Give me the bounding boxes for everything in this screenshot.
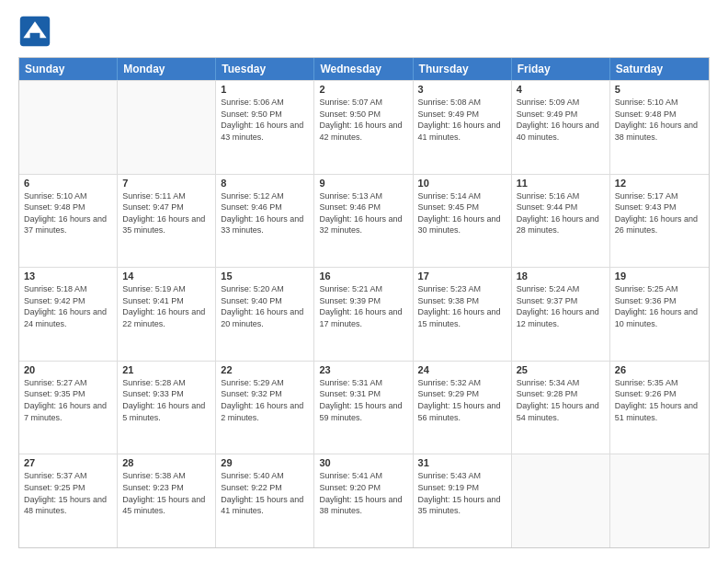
day-number: 13 <box>24 270 112 282</box>
calendar-body: 1Sunrise: 5:06 AM Sunset: 9:50 PM Daylig… <box>19 80 709 547</box>
day-number: 25 <box>517 364 605 375</box>
day-number: 30 <box>319 457 407 468</box>
day-number: 22 <box>221 364 309 375</box>
day-number: 4 <box>517 84 605 95</box>
day-number: 9 <box>319 178 407 189</box>
day-number: 29 <box>221 457 309 468</box>
day-info: Sunrise: 5:34 AM Sunset: 9:28 PM Dayligh… <box>517 377 605 423</box>
day-number: 2 <box>319 84 407 95</box>
calendar-cell: 2Sunrise: 5:07 AM Sunset: 9:50 PM Daylig… <box>314 81 413 174</box>
day-info: Sunrise: 5:18 AM Sunset: 9:42 PM Dayligh… <box>24 283 112 329</box>
day-number: 28 <box>122 457 210 468</box>
day-info: Sunrise: 5:08 AM Sunset: 9:49 PM Dayligh… <box>418 97 506 143</box>
header <box>18 15 710 48</box>
day-number: 8 <box>221 178 309 189</box>
day-info: Sunrise: 5:38 AM Sunset: 9:23 PM Dayligh… <box>122 470 210 516</box>
day-info: Sunrise: 5:31 AM Sunset: 9:31 PM Dayligh… <box>319 377 407 423</box>
calendar-cell: 26Sunrise: 5:35 AM Sunset: 9:26 PM Dayli… <box>610 362 709 454</box>
day-info: Sunrise: 5:40 AM Sunset: 9:22 PM Dayligh… <box>221 470 309 516</box>
calendar-cell: 10Sunrise: 5:14 AM Sunset: 9:45 PM Dayli… <box>414 175 512 268</box>
header-day-wednesday: Wednesday <box>314 58 413 80</box>
calendar-row-3: 13Sunrise: 5:18 AM Sunset: 9:42 PM Dayli… <box>19 267 709 361</box>
day-number: 18 <box>517 270 605 282</box>
calendar-cell: 30Sunrise: 5:41 AM Sunset: 9:20 PM Dayli… <box>314 454 413 547</box>
day-info: Sunrise: 5:12 AM Sunset: 9:46 PM Dayligh… <box>221 190 309 236</box>
day-info: Sunrise: 5:25 AM Sunset: 9:36 PM Dayligh… <box>615 283 704 329</box>
calendar-cell: 6Sunrise: 5:10 AM Sunset: 9:48 PM Daylig… <box>19 175 118 268</box>
day-info: Sunrise: 5:35 AM Sunset: 9:26 PM Dayligh… <box>615 377 704 423</box>
header-day-friday: Friday <box>512 58 610 80</box>
header-day-tuesday: Tuesday <box>216 58 314 80</box>
calendar-cell: 22Sunrise: 5:29 AM Sunset: 9:32 PM Dayli… <box>216 362 314 454</box>
calendar-cell: 17Sunrise: 5:23 AM Sunset: 9:38 PM Dayli… <box>414 268 512 361</box>
day-info: Sunrise: 5:13 AM Sunset: 9:46 PM Dayligh… <box>319 190 407 236</box>
day-number: 21 <box>122 364 210 375</box>
calendar-row-1: 1Sunrise: 5:06 AM Sunset: 9:50 PM Daylig… <box>19 80 709 174</box>
calendar-cell: 20Sunrise: 5:27 AM Sunset: 9:35 PM Dayli… <box>19 362 118 454</box>
calendar-cell <box>118 81 216 174</box>
day-info: Sunrise: 5:09 AM Sunset: 9:49 PM Dayligh… <box>517 97 605 143</box>
calendar-cell: 16Sunrise: 5:21 AM Sunset: 9:39 PM Dayli… <box>314 268 413 361</box>
day-number: 17 <box>418 270 506 282</box>
day-info: Sunrise: 5:27 AM Sunset: 9:35 PM Dayligh… <box>24 377 112 423</box>
header-day-thursday: Thursday <box>414 58 512 80</box>
calendar-cell: 13Sunrise: 5:18 AM Sunset: 9:42 PM Dayli… <box>19 268 118 361</box>
day-info: Sunrise: 5:21 AM Sunset: 9:39 PM Dayligh… <box>319 283 407 329</box>
day-number: 5 <box>615 84 704 95</box>
day-number: 12 <box>615 178 704 189</box>
calendar-header: SundayMondayTuesdayWednesdayThursdayFrid… <box>19 58 709 80</box>
logo <box>18 15 55 48</box>
day-info: Sunrise: 5:17 AM Sunset: 9:43 PM Dayligh… <box>615 190 704 236</box>
calendar-cell: 9Sunrise: 5:13 AM Sunset: 9:46 PM Daylig… <box>314 175 413 268</box>
calendar-cell: 4Sunrise: 5:09 AM Sunset: 9:49 PM Daylig… <box>512 81 610 174</box>
calendar-cell: 14Sunrise: 5:19 AM Sunset: 9:41 PM Dayli… <box>118 268 216 361</box>
day-number: 10 <box>418 178 506 189</box>
header-day-saturday: Saturday <box>610 58 709 80</box>
day-info: Sunrise: 5:43 AM Sunset: 9:19 PM Dayligh… <box>418 470 506 516</box>
calendar-row-2: 6Sunrise: 5:10 AM Sunset: 9:48 PM Daylig… <box>19 174 709 268</box>
calendar-cell: 7Sunrise: 5:11 AM Sunset: 9:47 PM Daylig… <box>118 175 216 268</box>
calendar-cell: 3Sunrise: 5:08 AM Sunset: 9:49 PM Daylig… <box>414 81 512 174</box>
calendar-cell: 1Sunrise: 5:06 AM Sunset: 9:50 PM Daylig… <box>216 81 314 174</box>
day-info: Sunrise: 5:16 AM Sunset: 9:44 PM Dayligh… <box>517 190 605 236</box>
day-info: Sunrise: 5:29 AM Sunset: 9:32 PM Dayligh… <box>221 377 309 423</box>
calendar-cell <box>19 81 118 174</box>
calendar-cell: 28Sunrise: 5:38 AM Sunset: 9:23 PM Dayli… <box>118 454 216 547</box>
day-info: Sunrise: 5:37 AM Sunset: 9:25 PM Dayligh… <box>24 470 112 516</box>
day-number: 3 <box>418 84 506 95</box>
day-info: Sunrise: 5:41 AM Sunset: 9:20 PM Dayligh… <box>319 470 407 516</box>
calendar-cell: 11Sunrise: 5:16 AM Sunset: 9:44 PM Dayli… <box>512 175 610 268</box>
day-number: 14 <box>122 270 210 282</box>
day-info: Sunrise: 5:23 AM Sunset: 9:38 PM Dayligh… <box>418 283 506 329</box>
calendar-cell <box>512 454 610 547</box>
day-number: 20 <box>24 364 112 375</box>
calendar-row-5: 27Sunrise: 5:37 AM Sunset: 9:25 PM Dayli… <box>19 454 709 547</box>
day-number: 16 <box>319 270 407 282</box>
calendar-cell <box>610 454 709 547</box>
calendar-cell: 5Sunrise: 5:10 AM Sunset: 9:48 PM Daylig… <box>610 81 709 174</box>
calendar-cell: 25Sunrise: 5:34 AM Sunset: 9:28 PM Dayli… <box>512 362 610 454</box>
calendar-cell: 23Sunrise: 5:31 AM Sunset: 9:31 PM Dayli… <box>314 362 413 454</box>
day-info: Sunrise: 5:11 AM Sunset: 9:47 PM Dayligh… <box>122 190 210 236</box>
calendar: SundayMondayTuesdayWednesdayThursdayFrid… <box>18 57 710 548</box>
day-info: Sunrise: 5:24 AM Sunset: 9:37 PM Dayligh… <box>517 283 605 329</box>
day-info: Sunrise: 5:32 AM Sunset: 9:29 PM Dayligh… <box>418 377 506 423</box>
calendar-cell: 18Sunrise: 5:24 AM Sunset: 9:37 PM Dayli… <box>512 268 610 361</box>
day-number: 23 <box>319 364 407 375</box>
calendar-cell: 27Sunrise: 5:37 AM Sunset: 9:25 PM Dayli… <box>19 454 118 547</box>
day-number: 15 <box>221 270 309 282</box>
calendar-cell: 31Sunrise: 5:43 AM Sunset: 9:19 PM Dayli… <box>414 454 512 547</box>
page: SundayMondayTuesdayWednesdayThursdayFrid… <box>0 0 728 563</box>
calendar-cell: 24Sunrise: 5:32 AM Sunset: 9:29 PM Dayli… <box>414 362 512 454</box>
logo-icon <box>18 15 51 48</box>
svg-rect-2 <box>30 33 40 41</box>
header-day-sunday: Sunday <box>19 58 118 80</box>
calendar-row-4: 20Sunrise: 5:27 AM Sunset: 9:35 PM Dayli… <box>19 361 709 454</box>
header-day-monday: Monday <box>118 58 216 80</box>
day-number: 19 <box>615 270 704 282</box>
day-number: 24 <box>418 364 506 375</box>
calendar-cell: 29Sunrise: 5:40 AM Sunset: 9:22 PM Dayli… <box>216 454 314 547</box>
day-info: Sunrise: 5:19 AM Sunset: 9:41 PM Dayligh… <box>122 283 210 329</box>
day-info: Sunrise: 5:10 AM Sunset: 9:48 PM Dayligh… <box>24 190 112 236</box>
day-info: Sunrise: 5:28 AM Sunset: 9:33 PM Dayligh… <box>122 377 210 423</box>
